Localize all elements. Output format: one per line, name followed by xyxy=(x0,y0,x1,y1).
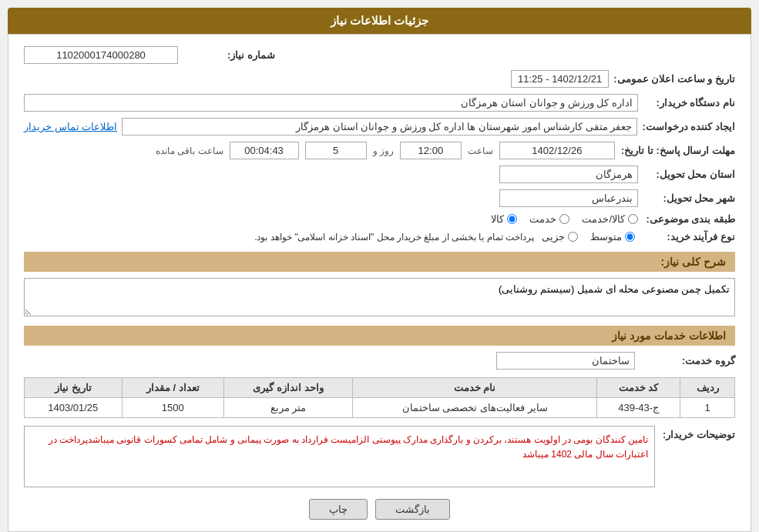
purchase-type-label: نوع فرآیند خرید: xyxy=(643,231,735,243)
back-button[interactable]: بازگشت xyxy=(375,499,450,520)
category-label: طبقه بندی موضوعی: xyxy=(643,213,735,225)
table-cell-3: متر مربع xyxy=(223,398,352,418)
city-value: بندرعباس xyxy=(499,189,638,207)
announce-label: تاریخ و ساعت اعلان عمومی: xyxy=(613,73,735,85)
city-row: شهر محل تحویل: بندرعباس xyxy=(24,189,735,207)
need-desc-label: شرح کلی نیاز: xyxy=(661,256,726,268)
services-table: ردیف کد خدمت نام خدمت واحد اندازه گیری ت… xyxy=(24,377,735,418)
province-label: استان محل تحویل: xyxy=(643,169,735,180)
purchase-type-note: پرداخت تمام یا بخشی از مبلغ خریدار محل "… xyxy=(254,232,534,243)
print-button[interactable]: چاپ xyxy=(309,499,368,520)
service-group-label: گروه خدمت: xyxy=(643,355,735,366)
service-group-row: گروه خدمت: ساختمان xyxy=(24,352,735,370)
category-row: طبقه بندی موضوعی: کالا/خدمت خدمت کالا xyxy=(24,213,735,225)
purchase-type-radio-jozi[interactable] xyxy=(568,232,578,242)
purchase-type-row: نوع فرآیند خرید: متوسط جزیی پرداخت تمام … xyxy=(24,231,735,243)
buyer-notes-value: تامین کنندگان بومی در اولویت هستند، برکر… xyxy=(24,426,655,487)
province-value: هرمزگان xyxy=(499,166,638,183)
need-desc-textarea[interactable]: تکمیل چمن مصنوعی محله ای شمیل (سیستم روش… xyxy=(24,278,735,316)
city-label: شهر محل تحویل: xyxy=(643,192,735,204)
purchase-type-label-jozi: جزیی xyxy=(542,231,565,243)
need-desc-section-title: شرح کلی نیاز: xyxy=(24,252,735,272)
col-code: کد خدمت xyxy=(597,378,680,398)
buyer-org-value: اداره کل ورزش و جوانان استان هرمزگان xyxy=(24,94,638,112)
category-radio-kala-khadmat[interactable] xyxy=(628,214,638,224)
page-title: جزئیات اطلاعات نیاز xyxy=(331,14,428,27)
col-name: نام خدمت xyxy=(352,378,596,398)
table-cell-0: 1 xyxy=(680,398,735,418)
purchase-type-radio-motaveset[interactable] xyxy=(625,232,635,242)
deadline-row: مهلت ارسال پاسخ: تا تاریخ: 1402/12/26 سا… xyxy=(24,142,735,159)
services-info-label: اطلاعات خدمات مورد نیاز xyxy=(612,330,726,342)
services-section-title: اطلاعات خدمات مورد نیاز xyxy=(24,326,735,346)
table-cell-2: سایر فعالیت‌های تخصصی ساختمان xyxy=(352,398,596,418)
purchase-type-option-jozi[interactable]: جزیی xyxy=(542,231,578,243)
deadline-date: 1402/12/26 xyxy=(499,142,615,159)
table-cell-4: 1500 xyxy=(122,398,223,418)
need-number-value: 1102000174000280 xyxy=(24,46,178,64)
purchase-type-label-motaveset: متوسط xyxy=(590,231,622,243)
category-radio-khadmat[interactable] xyxy=(559,214,569,224)
table-cell-5: 1403/01/25 xyxy=(25,398,123,418)
need-desc-row: تکمیل چمن مصنوعی محله ای شمیل (سیستم روش… xyxy=(24,278,735,316)
deadline-time-label: ساعت xyxy=(468,146,493,156)
purchase-type-radio-group: متوسط جزیی xyxy=(542,231,635,243)
deadline-label: مهلت ارسال پاسخ: تا تاریخ: xyxy=(621,145,735,156)
purchase-type-option-motaveset[interactable]: متوسط xyxy=(590,231,635,243)
deadline-day-label: روز و xyxy=(373,146,394,156)
buyer-org-label: نام دستگاه خریدار: xyxy=(643,97,735,109)
category-option-kala-khadmat[interactable]: کالا/خدمت xyxy=(582,213,638,225)
category-label-khadmat: خدمت xyxy=(529,213,556,225)
page-header: جزئیات اطلاعات نیاز xyxy=(8,8,751,34)
creator-value: جعفر متقی کارشناس امور شهرستان ها اداره … xyxy=(122,118,637,136)
buyer-notes-label: توضیحات خریدار: xyxy=(663,426,735,440)
province-row: استان محل تحویل: هرمزگان xyxy=(24,166,735,183)
category-option-kala[interactable]: کالا xyxy=(491,213,517,225)
col-unit: واحد اندازه گیری xyxy=(223,378,352,398)
deadline-time: 12:00 xyxy=(400,142,462,159)
table-cell-1: ج-43-439 xyxy=(597,398,680,418)
category-radio-kala[interactable] xyxy=(507,214,517,224)
service-group-value: ساختمان xyxy=(496,352,635,370)
deadline-days: 5 xyxy=(305,142,367,159)
deadline-remain-label: ساعت باقی مانده xyxy=(156,146,223,156)
category-label-kala-khadmat: کالا/خدمت xyxy=(582,213,625,225)
creator-label: ایجاد کننده درخواست: xyxy=(642,121,735,132)
creator-row: ایجاد کننده درخواست: جعفر متقی کارشناس ا… xyxy=(24,118,735,136)
col-quantity: تعداد / مقدار xyxy=(122,378,223,398)
category-radio-group: کالا/خدمت خدمت کالا xyxy=(491,213,638,225)
need-number-label: شماره نیاز: xyxy=(183,49,275,61)
category-option-khadmat[interactable]: خدمت xyxy=(529,213,569,225)
table-row: 1ج-43-439سایر فعالیت‌های تخصصی ساختمانمت… xyxy=(25,398,735,418)
col-date: تاریخ نیاز xyxy=(25,378,123,398)
buyer-notes-row: توضیحات خریدار: تامین کنندگان بومی در او… xyxy=(24,426,735,487)
announce-value: 1402/12/21 - 11:25 xyxy=(511,70,609,88)
bottom-buttons: بازگشت چاپ xyxy=(24,499,735,520)
deadline-remain: 00:04:43 xyxy=(230,142,299,159)
buyer-org-row: نام دستگاه خریدار: اداره کل ورزش و جوانا… xyxy=(24,94,735,112)
need-number-row: شماره نیاز: 1102000174000280 xyxy=(24,46,735,64)
col-row: ردیف xyxy=(680,378,735,398)
creator-link[interactable]: اطلاعات تماس خریدار xyxy=(24,121,117,132)
category-label-kala: کالا xyxy=(491,213,504,225)
announce-row: تاریخ و ساعت اعلان عمومی: 1402/12/21 - 1… xyxy=(24,70,735,88)
